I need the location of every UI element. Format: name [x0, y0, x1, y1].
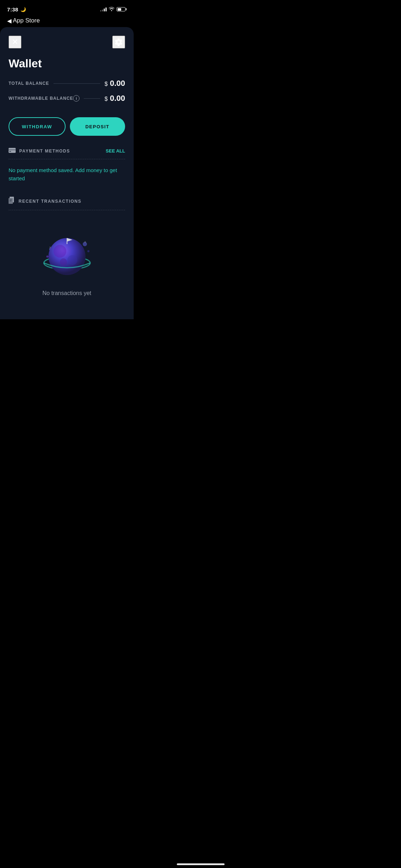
wallet-header: ✕: [0, 27, 134, 54]
payment-methods-header: PAYMENT METHODS SEE ALL: [9, 147, 125, 159]
total-balance-amount: $ 0.00: [104, 79, 125, 88]
svg-point-8: [46, 255, 48, 258]
svg-text:×: ×: [84, 240, 86, 244]
gear-icon: [114, 38, 123, 46]
balance-divider-line-2: [84, 98, 100, 99]
transactions-empty-state: × ×: [0, 210, 134, 305]
status-icons: [100, 6, 127, 12]
total-balance-row: TOTAL BALANCE $ 0.00: [9, 79, 125, 88]
balance-section: TOTAL BALANCE $ 0.00 WITHDRAWABLE BALANC…: [0, 79, 134, 117]
withdrawable-balance-row: WITHDRAWABLE BALANCE i $ 0.00: [9, 94, 125, 103]
moon-icon: 🌙: [20, 7, 26, 12]
page-title: Wallet: [0, 54, 134, 79]
balance-divider-line: [53, 83, 100, 84]
svg-rect-2: [9, 151, 11, 152]
settings-button[interactable]: [112, 36, 125, 48]
payment-empty-text: No payment method saved. Add money to ge…: [9, 167, 117, 181]
svg-point-16: [53, 245, 66, 258]
withdraw-button[interactable]: WITHDRAW: [9, 117, 66, 136]
withdrawable-balance-label: WITHDRAWABLE BALANCE: [9, 96, 73, 101]
main-card: ✕ Wallet TOTAL BALANCE $ 0.00 WITHDRAWAB…: [0, 27, 134, 319]
withdrawable-balance-amount: $ 0.00: [104, 94, 125, 103]
payment-methods-title: PAYMENT METHODS: [19, 149, 70, 154]
svg-point-17: [67, 255, 77, 265]
status-bar: 7:38 🌙: [0, 0, 134, 16]
transactions-header: RECENT TRANSACTIONS: [9, 197, 125, 210]
svg-rect-1: [9, 149, 16, 150]
no-transactions-label: No transactions yet: [42, 290, 91, 296]
signal-icon: [100, 7, 107, 11]
info-icon[interactable]: i: [73, 95, 79, 102]
status-time: 7:38: [7, 6, 18, 12]
transactions-icon: [9, 197, 15, 206]
transactions-title: RECENT TRANSACTIONS: [19, 199, 82, 204]
recent-transactions-section: RECENT TRANSACTIONS × ×: [0, 194, 134, 305]
back-arrow-icon: ◀: [7, 17, 11, 24]
action-buttons: WITHDRAW DEPOSIT: [0, 117, 134, 147]
see-all-button[interactable]: SEE ALL: [106, 148, 125, 154]
payment-methods-empty: No payment method saved. Add money to ge…: [0, 159, 134, 194]
close-button[interactable]: ✕: [9, 36, 21, 48]
back-nav-label: App Store: [13, 17, 40, 24]
wifi-icon: [109, 6, 114, 12]
total-balance-label: TOTAL BALANCE: [9, 81, 49, 86]
battery-icon: [117, 7, 127, 11]
svg-point-18: [60, 258, 67, 265]
deposit-button[interactable]: DEPOSIT: [70, 117, 125, 136]
card-icon: [9, 147, 16, 155]
close-icon: ✕: [12, 38, 18, 46]
back-nav[interactable]: ◀ App Store: [0, 16, 134, 27]
svg-point-10: [87, 250, 89, 252]
empty-state-illustration: × ×: [31, 224, 103, 281]
transactions-header-wrapper: RECENT TRANSACTIONS: [0, 197, 134, 210]
payment-methods-section: PAYMENT METHODS SEE ALL: [0, 147, 134, 159]
